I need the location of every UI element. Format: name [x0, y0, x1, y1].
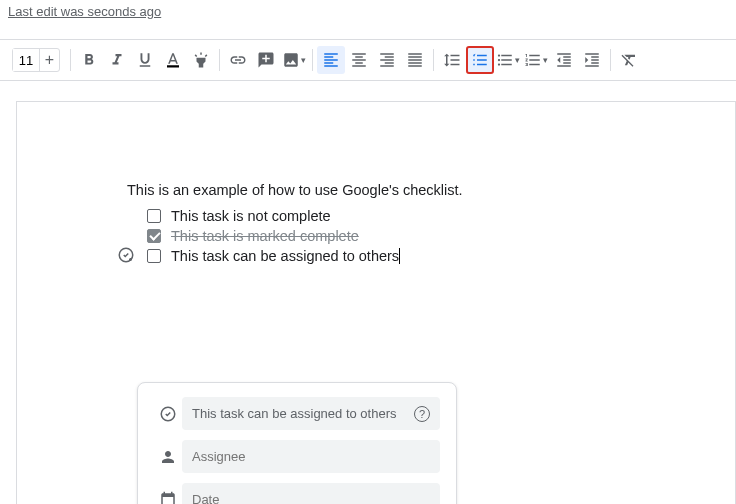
clear-formatting-button[interactable]: [615, 46, 643, 74]
text-color-button[interactable]: [159, 46, 187, 74]
align-justify-button[interactable]: [401, 46, 429, 74]
checklist-item[interactable]: This task is not complete: [147, 208, 735, 224]
task-text: This task is marked complete: [171, 228, 359, 244]
bulleted-list-button[interactable]: ▾: [494, 46, 522, 74]
align-left-button[interactable]: [317, 46, 345, 74]
indent-decrease-button[interactable]: [550, 46, 578, 74]
checkbox-checked-icon[interactable]: [147, 229, 161, 243]
underline-button[interactable]: [131, 46, 159, 74]
image-button[interactable]: ▾: [280, 46, 308, 74]
intro-text: This is an example of how to use Google'…: [127, 182, 735, 198]
toolbar: + ▾ ▾ ▾: [0, 39, 736, 81]
checklist-button[interactable]: [466, 46, 494, 74]
separator: [70, 49, 71, 71]
checklist: This task is not complete This task is m…: [127, 208, 735, 264]
separator: [312, 49, 313, 71]
link-button[interactable]: [224, 46, 252, 74]
task-text: This task is not complete: [171, 208, 331, 224]
separator: [610, 49, 611, 71]
checkbox-icon[interactable]: [147, 249, 161, 263]
svg-rect-0: [167, 65, 179, 67]
align-center-button[interactable]: [345, 46, 373, 74]
indent-increase-button[interactable]: [578, 46, 606, 74]
task-icon: [154, 405, 182, 423]
checklist-item[interactable]: This task is marked complete: [147, 228, 735, 244]
assignee-row: [154, 440, 440, 473]
separator: [219, 49, 220, 71]
task-text: This task can be assigned to others: [171, 248, 399, 264]
last-edit-link[interactable]: Last edit was seconds ago: [0, 0, 169, 23]
font-size-control: +: [12, 48, 60, 72]
font-size-input[interactable]: [13, 49, 39, 71]
date-input[interactable]: [182, 483, 440, 504]
task-title-row: ?: [154, 397, 440, 430]
task-title-input[interactable]: [182, 397, 440, 430]
assignee-input[interactable]: [182, 440, 440, 473]
task-assignment-panel: ? Assign as a task: [137, 382, 457, 504]
help-icon[interactable]: ?: [414, 406, 430, 422]
date-row: [154, 483, 440, 504]
checkbox-icon[interactable]: [147, 209, 161, 223]
assign-task-icon[interactable]: [117, 246, 135, 267]
bold-button[interactable]: [75, 46, 103, 74]
comment-button[interactable]: [252, 46, 280, 74]
numbered-list-button[interactable]: ▾: [522, 46, 550, 74]
font-size-increase[interactable]: +: [39, 49, 59, 71]
calendar-icon: [154, 491, 182, 505]
person-icon: [154, 448, 182, 466]
italic-button[interactable]: [103, 46, 131, 74]
checklist-item[interactable]: This task can be assigned to others: [147, 248, 735, 264]
separator: [433, 49, 434, 71]
line-spacing-button[interactable]: [438, 46, 466, 74]
text-cursor: [399, 248, 400, 264]
page-container: This is an example of how to use Google'…: [0, 81, 736, 504]
highlight-button[interactable]: [187, 46, 215, 74]
document-page[interactable]: This is an example of how to use Google'…: [16, 101, 736, 504]
align-right-button[interactable]: [373, 46, 401, 74]
